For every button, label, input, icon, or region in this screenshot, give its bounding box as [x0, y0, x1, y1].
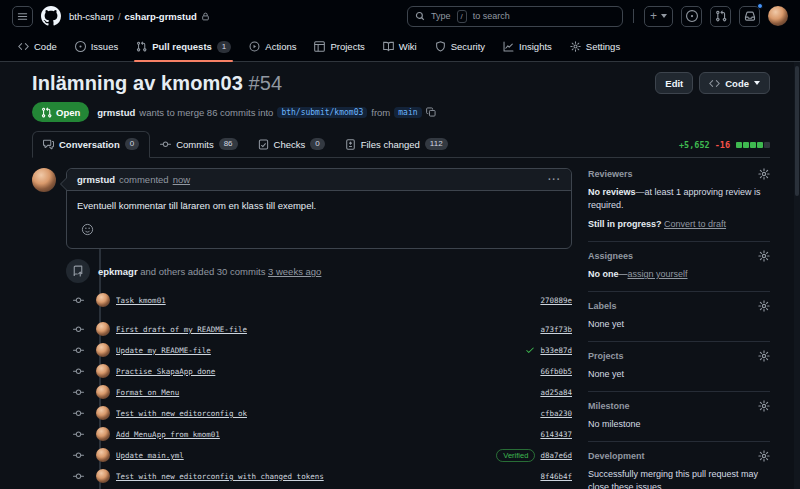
- comment-author-avatar[interactable]: [32, 168, 56, 192]
- gear-icon[interactable]: [758, 300, 770, 312]
- commit-message-link[interactable]: Format on Menu: [116, 388, 532, 397]
- comment-box: grmstud commented now ··· Eventuell komm…: [66, 168, 572, 249]
- nav-tab-security[interactable]: Security: [427, 32, 493, 61]
- tab-conversation[interactable]: Conversation 0: [32, 131, 150, 158]
- code-button[interactable]: Code: [699, 72, 770, 94]
- git-commit-icon: [72, 449, 85, 462]
- commit-message-link[interactable]: Task kmom01: [116, 296, 532, 305]
- merge-description: grmstud wants to merge 86 commits into b…: [97, 107, 435, 118]
- commit-author-avatar[interactable]: [96, 427, 110, 441]
- head-branch-label[interactable]: main: [394, 107, 421, 118]
- commit-sha-link[interactable]: cfba230: [540, 409, 572, 418]
- commit-author-avatar[interactable]: [96, 293, 110, 307]
- commit-row: Update main.yml Verified d8a7e6d: [32, 448, 572, 462]
- commit-author-avatar[interactable]: [96, 343, 110, 357]
- commit-sha-link[interactable]: d8a7e6d: [540, 451, 572, 460]
- section-description: Successfully merging this pull request m…: [588, 468, 770, 489]
- commit-author-avatar[interactable]: [96, 364, 110, 378]
- avatar[interactable]: [768, 6, 788, 26]
- sidebar-section-development: Development Successfully merging this pu…: [588, 442, 770, 489]
- git-commit-icon: [72, 294, 85, 307]
- add-reaction-button[interactable]: [77, 219, 98, 240]
- nav-tab-issues[interactable]: Issues: [67, 32, 126, 61]
- assign-yourself-link[interactable]: assign yourself: [628, 269, 688, 279]
- file-diff-icon: [345, 139, 356, 150]
- tab-commits[interactable]: Commits 86: [150, 132, 247, 157]
- github-logo-icon[interactable]: [41, 6, 61, 26]
- tab-count-badge: 0: [125, 138, 139, 150]
- commit-sha-link[interactable]: b33e87d: [540, 346, 572, 355]
- search-input[interactable]: Type / to search: [407, 6, 623, 27]
- gear-icon[interactable]: [758, 400, 770, 412]
- breadcrumb-repo[interactable]: csharp-grmstud: [125, 11, 197, 22]
- repo-nav: Code Issues Pull requests 1 Actions Proj…: [0, 32, 800, 62]
- inbox-button[interactable]: [739, 6, 760, 27]
- issue-opened-icon: [686, 10, 698, 22]
- gear-icon[interactable]: [758, 450, 770, 462]
- pr-sidebar: Reviewers No reviews—at least 1 approvin…: [588, 168, 770, 489]
- commit-sha-link[interactable]: 8f46b4f: [540, 472, 572, 481]
- commit-message-link[interactable]: Test with new editorconfig ok: [116, 409, 532, 418]
- pr-author[interactable]: grmstud: [97, 107, 135, 118]
- nav-label: Projects: [330, 41, 364, 52]
- commit-author-avatar[interactable]: [96, 385, 110, 399]
- convert-to-draft-link[interactable]: Convert to draft: [664, 219, 726, 229]
- commit-message-link[interactable]: Test with new editorconfig with changed …: [116, 472, 532, 481]
- book-icon: [383, 41, 394, 52]
- create-new-button[interactable]: +: [644, 6, 673, 27]
- sidebar-section-labels: Labels None yet: [588, 292, 770, 342]
- issues-icon-button[interactable]: [681, 6, 702, 27]
- nav-tab-projects[interactable]: Projects: [306, 32, 372, 61]
- nav-label: Actions: [265, 41, 296, 52]
- gear-icon[interactable]: [758, 250, 770, 262]
- nav-tab-actions[interactable]: Actions: [241, 32, 304, 61]
- kebab-menu-icon[interactable]: ···: [548, 174, 561, 185]
- copy-icon[interactable]: [426, 107, 436, 117]
- hamburger-menu-button[interactable]: [12, 6, 33, 27]
- commit-author-avatar[interactable]: [96, 448, 110, 462]
- scrollbar-thumb[interactable]: [795, 66, 799, 196]
- commit-message-link[interactable]: Update main.yml: [116, 451, 488, 460]
- commit-author-avatar[interactable]: [96, 322, 110, 336]
- commit-message-link[interactable]: Practise SkapaApp done: [116, 367, 532, 376]
- commit-message-link[interactable]: First draft of my README-file: [116, 325, 532, 334]
- event-author[interactable]: epkmagr: [98, 266, 138, 277]
- commit-sha-link[interactable]: a73f73b: [540, 325, 572, 334]
- gear-icon[interactable]: [758, 350, 770, 362]
- tab-count-badge: 86: [219, 138, 238, 150]
- commit-sha-link[interactable]: 270889e: [540, 296, 572, 305]
- commit-sha-link[interactable]: 6143437: [540, 430, 572, 439]
- comment-timestamp[interactable]: now: [173, 174, 190, 185]
- diffstat: +5,652 -16: [679, 140, 770, 157]
- pull-requests-icon-button[interactable]: [710, 6, 731, 27]
- comment-author[interactable]: grmstud: [77, 174, 115, 185]
- git-commit-icon: [72, 344, 85, 357]
- commit-author-avatar[interactable]: [96, 469, 110, 483]
- breadcrumb-org[interactable]: bth-csharp: [69, 11, 114, 22]
- commit-message-link[interactable]: Update my README-file: [116, 346, 517, 355]
- git-pull-request-icon: [41, 107, 52, 118]
- gear-icon[interactable]: [758, 168, 770, 180]
- base-branch-label[interactable]: bth/submit/kmom03: [277, 107, 367, 118]
- page-scrollbar[interactable]: [794, 62, 800, 489]
- edit-button[interactable]: Edit: [655, 72, 693, 94]
- comment-discussion-icon: [43, 139, 54, 150]
- nav-tab-code[interactable]: Code: [10, 32, 65, 61]
- tab-checks[interactable]: Checks 0: [248, 132, 335, 157]
- sidebar-section-projects: Projects None yet: [588, 342, 770, 392]
- commit-sha-link[interactable]: 66fb0b5: [540, 367, 572, 376]
- check-icon[interactable]: [525, 345, 535, 355]
- commit-message-link[interactable]: Add MenuApp from kmom01: [116, 430, 532, 439]
- nav-tab-settings[interactable]: Settings: [562, 32, 628, 61]
- search-icon: [415, 11, 425, 21]
- nav-tab-wiki[interactable]: Wiki: [375, 32, 425, 61]
- commit-author-avatar[interactable]: [96, 406, 110, 420]
- nav-tab-insights[interactable]: Insights: [495, 32, 560, 61]
- verified-badge[interactable]: Verified: [496, 449, 535, 462]
- commit-sha-link[interactable]: ad25a84: [540, 388, 572, 397]
- section-title: Reviewers: [588, 169, 633, 179]
- search-placeholder-1: Type: [431, 11, 451, 21]
- nav-tab-pull-requests[interactable]: Pull requests 1: [128, 32, 239, 61]
- tab-files-changed[interactable]: Files changed 112: [335, 132, 458, 157]
- event-timestamp[interactable]: 3 weeks ago: [268, 266, 321, 277]
